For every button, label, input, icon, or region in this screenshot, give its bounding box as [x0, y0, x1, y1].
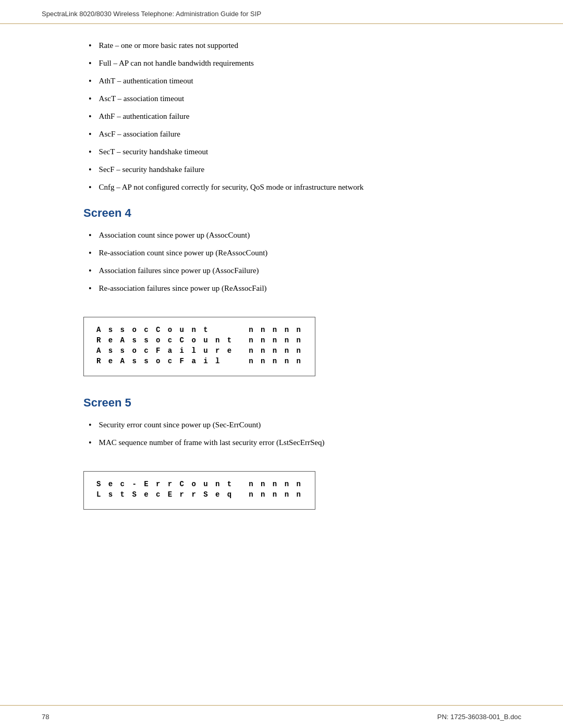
- box-row: A s s o c C o u n t n n n n n: [96, 326, 302, 334]
- list-item: AscT – association timeout: [83, 93, 480, 105]
- box-row: A s s o c F a i l u r e n n n n n: [96, 347, 302, 355]
- page-header: SpectraLink 8020/8030 Wireless Telephone…: [0, 0, 563, 24]
- box-row: R e A s s o c C o u n t n n n n n: [96, 336, 302, 344]
- list-item: SecT – security handshake timeout: [83, 146, 480, 158]
- main-content: Rate – one or more basic rates not suppo…: [0, 24, 563, 705]
- screen5-bullet-list: Security error count since power up (Sec…: [83, 419, 480, 449]
- list-item: Re-association failures since power up (…: [83, 282, 480, 295]
- top-bullet-list: Rate – one or more basic rates not suppo…: [83, 40, 480, 194]
- list-item: Re-association count since power up (ReA…: [83, 247, 480, 260]
- footer-pn: PN: 1725-36038-001_B.doc: [437, 713, 521, 721]
- list-item: AscF – association failure: [83, 128, 480, 141]
- box-row: S e c - E r r C o u n t n n n n n: [96, 480, 302, 488]
- page-footer: 78 PN: 1725-36038-001_B.doc: [0, 705, 563, 728]
- screen5-box: S e c - E r r C o u n t n n n n n L s t …: [83, 471, 315, 510]
- list-item: Full – AP can not handle bandwidth requi…: [83, 57, 480, 70]
- list-item: Security error count since power up (Sec…: [83, 419, 480, 431]
- list-item: Association count since power up (AssocC…: [83, 229, 480, 242]
- page-container: SpectraLink 8020/8030 Wireless Telephone…: [0, 0, 563, 728]
- screen4-section: Screen 4 Association count since power u…: [83, 206, 480, 391]
- box-row: L s t S e c E r r S e q n n n n n: [96, 490, 302, 499]
- screen4-bullet-list: Association count since power up (AssocC…: [83, 229, 480, 295]
- screen4-heading: Screen 4: [83, 206, 480, 220]
- list-item: MAC sequence number of frame with last s…: [83, 437, 480, 449]
- box-row: R e A s s o c F a i l n n n n n: [96, 357, 302, 365]
- footer-page-number: 78: [42, 713, 49, 721]
- screen5-heading: Screen 5: [83, 396, 480, 410]
- list-item: SecF – security handshake failure: [83, 164, 480, 176]
- screen5-section: Screen 5 Security error count since powe…: [83, 396, 480, 524]
- list-item: Association failures since power up (Ass…: [83, 265, 480, 277]
- header-title: SpectraLink 8020/8030 Wireless Telephone…: [42, 10, 261, 18]
- list-item: Cnfg – AP not configured correctly for s…: [83, 181, 480, 194]
- screen4-box: A s s o c C o u n t n n n n n R e A s s …: [83, 317, 315, 376]
- list-item: Rate – one or more basic rates not suppo…: [83, 40, 480, 52]
- list-item: AthF – authentication failure: [83, 110, 480, 123]
- list-item: AthT – authentication timeout: [83, 75, 480, 88]
